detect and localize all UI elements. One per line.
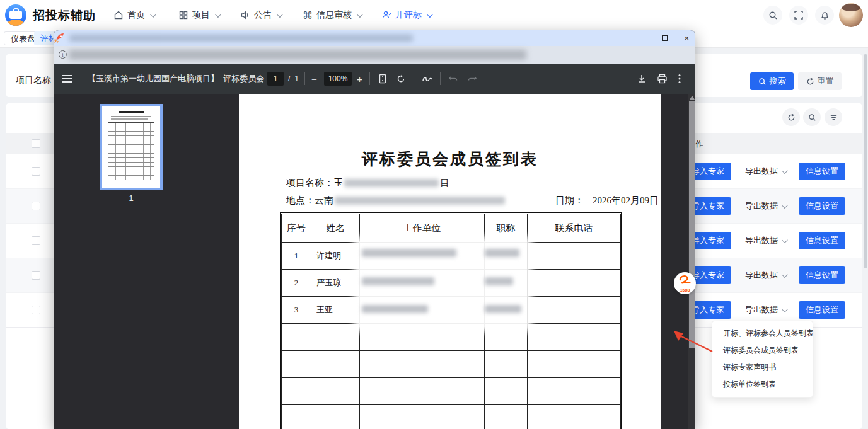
nav-item-info-review[interactable]: ⌘ 信息审核: [303, 0, 361, 30]
menu-item-opening-signin[interactable]: 开标、评标参会人员签到表: [712, 325, 813, 342]
document-date-value: 2026年02月09日: [593, 195, 659, 207]
nav-item-project[interactable]: 项目: [178, 0, 219, 30]
reset-button[interactable]: 重置: [798, 72, 842, 90]
nav-item-home[interactable]: 首页: [113, 0, 154, 30]
more-options-button[interactable]: [678, 64, 681, 94]
pdf-menu-button[interactable]: [62, 64, 72, 94]
info-icon: i: [59, 50, 67, 59]
info-settings-button[interactable]: 信息设置: [799, 301, 845, 319]
chevron-down-icon: [277, 11, 283, 18]
download-button[interactable]: [637, 64, 647, 94]
row-checkbox[interactable]: [32, 271, 40, 280]
user-avatar[interactable]: [839, 3, 863, 27]
bell-icon: [820, 11, 830, 20]
alibaba-logo-icon: [676, 273, 693, 286]
blurred-window-title: [69, 35, 413, 42]
window-close-button[interactable]: ×: [684, 33, 689, 43]
chevron-down-icon: [215, 11, 221, 18]
document-location-line: 地点：云南: [286, 195, 505, 207]
window-minimize-button[interactable]: −: [641, 33, 646, 43]
signin-row-empty: [282, 378, 621, 405]
nav-item-label: 项目: [192, 9, 210, 21]
chevron-down-icon: [782, 272, 788, 278]
nav-item-label: 公告: [254, 9, 272, 21]
badge-1688-label: 1688: [674, 288, 696, 292]
nav-item-label: 信息审核: [316, 9, 352, 21]
refresh-icon: [806, 77, 814, 86]
nav-item-announcement[interactable]: 公告: [240, 0, 281, 30]
document-context-menu: 开标、评标参会人员签到表 评标委员会成员签到表 评标专家声明书 投标单位签到表: [712, 321, 813, 398]
nav-item-label: 首页: [127, 9, 145, 21]
screen: 招投标辅助 首页 项目 公告 ⌘ 信息审核 开评标: [0, 0, 868, 429]
chevron-down-icon: [782, 202, 788, 209]
app-logo-icon: [5, 4, 26, 26]
fullscreen-button[interactable]: [789, 6, 808, 25]
info-settings-button[interactable]: 信息设置: [799, 197, 845, 215]
undo-button[interactable]: [448, 64, 458, 94]
blurred-location: [335, 197, 505, 205]
export-data-dropdown[interactable]: 导出数据: [745, 166, 786, 177]
pdf-content-area: 1 评标委员会成员签到表 项目名称：玉 目 地点：云南 日期： 2026年02月…: [54, 94, 695, 429]
page-thumbnail[interactable]: [100, 104, 163, 190]
export-data-dropdown[interactable]: 导出数据: [745, 304, 786, 316]
fit-page-icon: [378, 74, 388, 84]
nav-item-bid-evaluation[interactable]: 开评标: [381, 0, 431, 30]
search-list-button[interactable]: [803, 108, 821, 126]
row-checkbox[interactable]: [32, 236, 40, 245]
signin-row-empty: [282, 324, 621, 351]
search-button[interactable]: [763, 6, 782, 25]
search-submit-button[interactable]: 搜索: [750, 72, 794, 90]
zoom-in-button[interactable]: +: [357, 64, 362, 94]
search-icon: [758, 77, 767, 86]
info-settings-button[interactable]: 信息设置: [799, 163, 845, 180]
rotate-button[interactable]: [396, 64, 406, 94]
signin-row-empty: [282, 351, 621, 378]
app-title: 招投标辅助: [33, 8, 96, 24]
menu-item-committee-signin[interactable]: 评标委员会成员签到表: [712, 342, 813, 359]
export-data-dropdown[interactable]: 导出数据: [745, 200, 786, 212]
print-icon: [657, 74, 668, 84]
chevron-down-icon: [782, 168, 788, 174]
document-project-line: 项目名称：玉 目: [286, 177, 449, 189]
home-icon: [113, 10, 124, 20]
thumbnail-page-number: 1: [100, 193, 163, 203]
export-data-dropdown[interactable]: 导出数据: [745, 270, 786, 281]
print-button[interactable]: [657, 64, 668, 94]
redo-button[interactable]: [467, 64, 477, 94]
menu-item-bidder-signin[interactable]: 投标单位签到表: [712, 376, 813, 393]
menu-item-expert-statement[interactable]: 评标专家声明书: [712, 359, 813, 376]
info-settings-button[interactable]: 信息设置: [799, 232, 845, 249]
pdf-scrollbar-thumb[interactable]: [689, 101, 695, 348]
signin-header-row: 序号姓名工作单位职称联系电话: [282, 214, 621, 243]
badge-1688[interactable]: 1688: [674, 272, 696, 294]
row-checkbox[interactable]: [32, 167, 40, 176]
filter-lines-icon: [830, 113, 838, 122]
signin-row-empty: [282, 405, 621, 429]
annotate-button[interactable]: [422, 64, 433, 94]
document-title: 评标委员会成员签到表: [239, 149, 661, 169]
nav-item-label: 开评标: [395, 9, 422, 21]
row-checkbox[interactable]: [32, 202, 40, 210]
column-settings-button[interactable]: [825, 108, 842, 126]
window-maximize-button[interactable]: [662, 35, 668, 41]
search-icon: [808, 113, 816, 122]
select-all-checkbox[interactable]: [32, 139, 40, 148]
page-scrollbar[interactable]: [864, 54, 867, 268]
pdf-viewer-window: − × i 【玉溪市第一幼儿园国产电脑项目】_评标委员会... 1 /1 − 1…: [54, 30, 695, 429]
row-checkbox[interactable]: [32, 306, 40, 314]
pdf-scrollbar[interactable]: [688, 94, 695, 429]
pdf-page-total: /1: [288, 64, 299, 94]
zoom-out-button[interactable]: −: [311, 64, 317, 94]
document-date-line: 日期： 2026年02月09日: [555, 195, 659, 207]
refresh-list-button[interactable]: [782, 108, 800, 126]
window-title-bar[interactable]: − ×: [54, 30, 695, 46]
export-data-dropdown[interactable]: 导出数据: [745, 235, 786, 246]
zoom-level[interactable]: 100%: [324, 64, 352, 94]
redo-icon: [467, 74, 477, 83]
pdf-page-input[interactable]: 1: [267, 64, 284, 94]
chevron-down-icon: [150, 11, 156, 18]
notifications-button[interactable]: [815, 6, 834, 25]
info-settings-button[interactable]: 信息设置: [799, 266, 845, 284]
fit-page-button[interactable]: [378, 64, 388, 94]
undo-icon: [448, 74, 458, 83]
